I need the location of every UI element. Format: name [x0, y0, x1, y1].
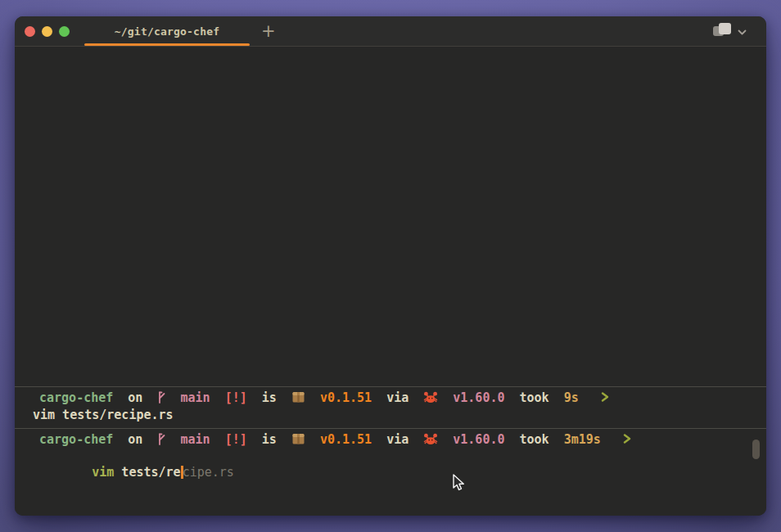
tab-title: ~/git/cargo-chef [115, 25, 219, 38]
prompt-line: cargo-chef on main [!] is [15, 432, 766, 449]
prompt-git-status: [!] [225, 432, 247, 447]
prompt-line: cargo-chef on main [!] is [15, 390, 766, 408]
terminal-screen[interactable]: cargo-chef on main [!] is [15, 47, 766, 516]
prompt-on-word: on [128, 432, 142, 447]
prompt-on-word: on [128, 390, 142, 405]
prompt-took-word: took [520, 390, 549, 405]
prompt-is-word: is [262, 390, 277, 405]
prompt-rust-version: v1.60.0 [453, 390, 504, 405]
command-block-active: cargo-chef on main [!] is [15, 428, 766, 496]
profiles-icon[interactable] [712, 22, 732, 40]
prompt-git-branch: main [180, 390, 210, 405]
prompt-chevron-icon [623, 433, 631, 449]
git-branch-icon [157, 391, 165, 408]
crab-icon [423, 391, 438, 408]
package-icon [291, 432, 305, 449]
prompt-directory: cargo-chef [39, 432, 113, 447]
executed-command: vim tests/recipe.rs [15, 408, 766, 423]
tab-active[interactable]: ~/git/cargo-chef [84, 16, 250, 46]
prompt-directory: cargo-chef [39, 390, 113, 405]
traffic-lights [15, 26, 70, 37]
prompt-pkg-version: v0.1.51 [320, 390, 372, 405]
prompt-duration: 9s [564, 390, 579, 405]
terminal-bottom-padding [15, 496, 766, 516]
scrollback-empty-area [15, 47, 766, 386]
close-button[interactable] [25, 26, 35, 37]
zoom-button[interactable] [59, 26, 70, 37]
minimize-button[interactable] [42, 26, 52, 37]
prompt-chevron-icon [601, 391, 609, 407]
active-tab-indicator [84, 43, 250, 46]
chevron-down-icon[interactable] [738, 24, 747, 39]
prompt-git-branch: main [180, 432, 210, 447]
prompt-via-word: via [386, 432, 409, 447]
typed-command-name: vim [92, 465, 114, 480]
prompt-pkg-version: v0.1.51 [320, 432, 372, 447]
prompt-git-status: [!] [225, 390, 247, 405]
git-branch-icon [157, 433, 165, 449]
prompt-took-word: took [520, 432, 549, 447]
package-icon [291, 390, 305, 408]
command-input-line[interactable]: vim tests/recipe.rs [15, 449, 766, 496]
crab-icon [423, 433, 438, 449]
titlebar: ~/git/cargo-chef + [15, 16, 766, 47]
prompt-via-word: via [386, 390, 409, 405]
prompt-is-word: is [262, 432, 277, 447]
prompt-rust-version: v1.60.0 [453, 432, 504, 447]
new-tab-button[interactable]: + [261, 23, 276, 40]
command-block-previous: cargo-chef on main [!] is [15, 386, 766, 428]
terminal-window: ~/git/cargo-chef + cargo-chef [15, 16, 766, 516]
mouse-pointer-icon [452, 474, 466, 495]
prompt-duration: 3m19s [564, 432, 601, 447]
autosuggestion-text: cipe.rs [183, 465, 234, 480]
scrollbar-thumb[interactable] [752, 440, 760, 459]
typed-command-args: tests/re [114, 465, 180, 480]
